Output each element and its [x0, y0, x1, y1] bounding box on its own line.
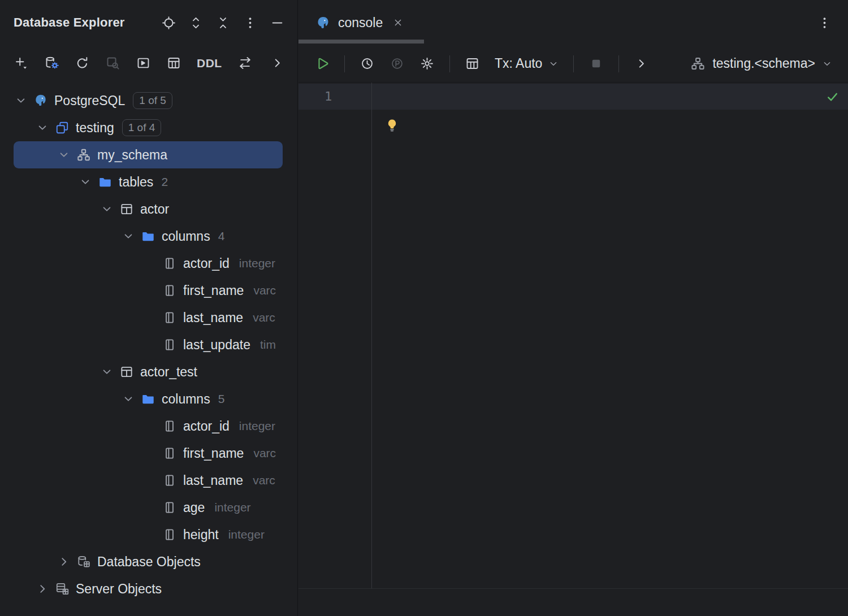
postgresql-icon	[315, 15, 331, 31]
line-number: 1	[325, 84, 332, 110]
tree-item-label: actor_id	[183, 419, 230, 434]
intention-bulb-icon[interactable]	[384, 118, 400, 133]
chevron-right-icon[interactable]	[57, 554, 71, 569]
close-tab-icon[interactable]	[392, 17, 404, 28]
locate-icon[interactable]	[161, 15, 176, 31]
tree-item-label: actor_test	[140, 365, 197, 380]
hide-panel-icon[interactable]	[270, 15, 285, 31]
column-type: varc	[253, 474, 275, 487]
tree-item-label: actor_id	[183, 256, 230, 271]
settings-icon[interactable]	[419, 56, 435, 71]
editor-more-options-icon[interactable]	[817, 15, 832, 31]
gutter-divider	[371, 83, 372, 588]
column-type: integer	[228, 528, 265, 541]
database-icon	[55, 120, 70, 135]
tree-item-label: first_name	[183, 446, 244, 461]
tree-item-database-objects[interactable]: Database Objects	[14, 548, 283, 575]
chevron-spacer	[142, 500, 157, 515]
parameters-icon[interactable]	[390, 56, 405, 71]
chevron-down-icon[interactable]	[14, 93, 28, 108]
tree-item-testing[interactable]: testing1 of 4	[14, 114, 283, 141]
toolbar-more-icon[interactable]	[270, 55, 285, 71]
in-editor-results-icon[interactable]	[465, 56, 480, 71]
tab-label: console	[338, 15, 383, 31]
tree-item-label: columns	[162, 392, 210, 407]
tree-item-postgresql[interactable]: PostgreSQL1 of 5	[14, 87, 283, 114]
open-table-icon[interactable]	[166, 55, 181, 71]
history-icon[interactable]	[360, 56, 375, 71]
tree-item-label: first_name	[183, 283, 244, 298]
run-button[interactable]	[314, 56, 330, 71]
editor-tab-bar: console	[298, 0, 848, 45]
more-options-icon[interactable]	[243, 15, 258, 31]
tree-item-first-name[interactable]: first_namevarc	[14, 277, 283, 304]
add-data-source-icon[interactable]	[14, 55, 29, 71]
chevron-down-icon[interactable]	[121, 392, 136, 406]
tree-item-actor-id[interactable]: actor_idinteger	[14, 250, 283, 277]
tree-item-age[interactable]: ageinteger	[14, 494, 283, 521]
expand-all-icon[interactable]	[188, 15, 204, 31]
tree-item-last-name[interactable]: last_namevarc	[14, 467, 283, 494]
column-icon	[162, 256, 177, 271]
chevron-down-icon[interactable]	[99, 365, 114, 379]
chevron-down-icon[interactable]	[78, 175, 93, 189]
chevron-down-icon[interactable]	[121, 229, 136, 244]
folder-icon	[98, 175, 113, 189]
chevron-down-icon	[821, 58, 833, 70]
chevron-spacer	[142, 527, 157, 542]
chevron-down-icon[interactable]	[99, 202, 114, 216]
toolbar-separator	[618, 55, 619, 72]
panel-header: Database Explorer	[0, 0, 297, 45]
table-icon	[119, 365, 134, 379]
column-type: varc	[253, 311, 275, 324]
column-type: varc	[253, 284, 276, 297]
more-actions-icon[interactable]	[634, 56, 649, 71]
tree-item-tables[interactable]: tables2	[14, 168, 283, 196]
chevron-spacer	[142, 473, 157, 488]
import-export-icon[interactable]	[237, 55, 253, 71]
chevron-down-icon[interactable]	[57, 148, 71, 162]
folder-icon	[141, 392, 155, 406]
tree-item-label: testing	[76, 120, 114, 136]
tree-item-server-objects[interactable]: Server Objects	[14, 575, 283, 602]
editor-panel: console Tx: Auto testing.<schema> 1	[298, 0, 848, 616]
column-type: integer	[239, 257, 275, 270]
tab-console[interactable]: console	[298, 0, 414, 45]
tree-item-label: age	[183, 500, 205, 515]
column-icon	[162, 500, 177, 515]
tree-item-first-name[interactable]: first_namevarc	[14, 440, 283, 467]
stop-button[interactable]	[589, 56, 604, 71]
explorer-toolbar: DDL	[0, 45, 297, 80]
tree-item-actor-test[interactable]: actor_test	[14, 358, 283, 385]
selection-badge: 1 of 5	[133, 92, 172, 109]
tx-mode-label: Tx: Auto	[495, 56, 542, 71]
tree-item-last-name[interactable]: last_namevarc	[14, 304, 283, 331]
database-tree: PostgreSQL1 of 5testing1 of 4my_schemata…	[0, 80, 297, 602]
tree-item-height[interactable]: heightinteger	[14, 521, 283, 548]
toolbar-separator	[573, 55, 574, 72]
data-source-properties-icon[interactable]	[44, 55, 59, 71]
chevron-down-icon[interactable]	[35, 120, 50, 135]
tab-strip-scrollbar[interactable]	[298, 40, 424, 44]
find-object-icon[interactable]	[105, 55, 120, 71]
jump-to-console-icon[interactable]	[136, 55, 151, 71]
table-icon	[119, 202, 134, 216]
column-icon	[162, 310, 177, 325]
collapse-all-icon[interactable]	[215, 15, 231, 31]
ddl-button[interactable]: DDL	[197, 55, 222, 71]
inspections-ok-icon[interactable]	[825, 89, 840, 105]
tree-item-last-update[interactable]: last_updatetim	[14, 331, 283, 358]
tx-mode-dropdown[interactable]: Tx: Auto	[495, 56, 560, 71]
schema-switcher[interactable]: testing.<schema>	[690, 56, 833, 71]
sql-editor[interactable]: 1	[298, 83, 848, 589]
server-objects-icon	[55, 582, 70, 596]
column-type: varc	[253, 446, 276, 460]
chevron-spacer	[142, 283, 157, 298]
tree-item-actor-id[interactable]: actor_idinteger	[14, 413, 283, 440]
refresh-icon[interactable]	[75, 55, 90, 71]
tree-item-my-schema[interactable]: my_schema	[14, 141, 283, 168]
tree-item-actor[interactable]: actor	[14, 196, 283, 223]
tree-item-columns[interactable]: columns5	[14, 385, 283, 413]
tree-item-columns[interactable]: columns4	[14, 223, 283, 250]
chevron-right-icon[interactable]	[35, 582, 50, 596]
